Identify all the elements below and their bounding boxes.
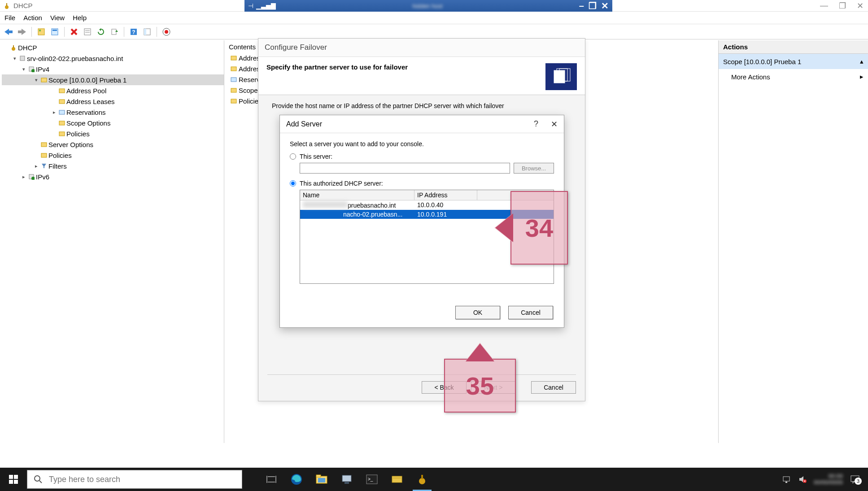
tool-delete-button[interactable]: [68, 26, 80, 38]
expand-icon[interactable]: ▸: [860, 73, 864, 81]
radio-authorized-server[interactable]: [290, 180, 296, 187]
tree-reservations[interactable]: ▸Reservations: [2, 107, 224, 117]
tool-list-button[interactable]: [82, 26, 93, 38]
add-server-close-button[interactable]: ✕: [551, 119, 558, 129]
outer-window-title: DHCP: [13, 2, 33, 9]
tree-address-pool[interactable]: Address Pool: [2, 85, 224, 96]
svg-rect-52: [267, 477, 276, 482]
tool-help-button[interactable]: ?: [128, 26, 140, 38]
add-server-title: Add Server: [286, 120, 322, 128]
notification-count: 3: [855, 478, 862, 485]
remote-restore-button[interactable]: ❐: [589, 0, 597, 11]
nav-forward-button[interactable]: [16, 26, 28, 38]
tree-scope-options[interactable]: Scope Options: [2, 117, 224, 128]
pin-icon[interactable]: ⊣: [248, 2, 253, 9]
col-name[interactable]: Name: [300, 190, 414, 200]
menu-action[interactable]: Action: [23, 14, 42, 22]
tree-ipv6[interactable]: ▸IPv6: [2, 171, 224, 182]
svg-marker-2: [4, 29, 13, 35]
tree-ipv4-policies[interactable]: Policies: [2, 150, 224, 161]
system-tray[interactable]: 00:0000/00/0000 3: [782, 473, 868, 486]
svg-rect-24: [20, 56, 25, 61]
svg-marker-3: [18, 29, 26, 35]
search-icon: [34, 475, 43, 484]
svg-rect-27: [41, 78, 47, 82]
nav-back-button[interactable]: [3, 26, 14, 38]
tree-ipv4[interactable]: ▾IPv4: [2, 64, 224, 74]
volume-tray-icon[interactable]: [798, 475, 807, 483]
annotation-34: 34: [510, 191, 568, 265]
svg-rect-7: [52, 30, 57, 31]
svg-rect-61: [342, 475, 351, 482]
tool-show-hide-button[interactable]: [35, 26, 47, 38]
svg-rect-38: [231, 56, 236, 60]
outer-close-button[interactable]: ✕: [857, 1, 864, 11]
taskbar-search-input[interactable]: [49, 475, 236, 484]
tool-record-button[interactable]: [161, 26, 172, 38]
svg-rect-47: [14, 475, 18, 479]
tree-server[interactable]: ▾srv-olin02-022.pruebasnacho.int: [2, 53, 224, 64]
add-server-prompt: Select a server you want to add to your …: [290, 140, 554, 148]
add-server-help-button[interactable]: ?: [534, 119, 538, 129]
outer-minimize-button[interactable]: —: [820, 1, 828, 11]
svg-rect-39: [231, 67, 236, 71]
svg-rect-31: [59, 121, 65, 125]
tool-pane-button[interactable]: [141, 26, 153, 38]
svg-rect-62: [345, 482, 349, 484]
tree-scope-policies[interactable]: Policies: [2, 128, 224, 139]
radio-this-server[interactable]: [290, 153, 296, 160]
svg-marker-71: [799, 476, 803, 482]
svg-rect-49: [14, 480, 18, 484]
menu-file[interactable]: File: [4, 14, 15, 22]
tray-clock[interactable]: 00:0000/00/0000: [814, 473, 843, 486]
taskbar[interactable]: >_ 00:0000/00/0000 3: [0, 468, 868, 491]
remote-close-button[interactable]: ✕: [601, 0, 609, 11]
outer-maximize-button[interactable]: ❐: [839, 1, 846, 11]
svg-rect-32: [59, 132, 65, 136]
svg-point-50: [35, 476, 40, 481]
network-tray-icon[interactable]: [782, 475, 791, 483]
actions-pane: Actions Scope [10.0.0.0] Prueba 1 ▴ More…: [719, 40, 868, 443]
tree-filters[interactable]: ▸Filters: [2, 161, 224, 171]
console-tree[interactable]: DHCP ▾srv-olin02-022.pruebasnacho.int ▾I…: [0, 40, 224, 443]
server-name-input[interactable]: [300, 163, 510, 174]
add-server-ok-button[interactable]: OK: [455, 306, 500, 319]
col-ip[interactable]: IP Address: [414, 190, 477, 200]
actions-scope-row[interactable]: Scope [10.0.0.0] Prueba 1 ▴: [719, 54, 868, 69]
svg-rect-5: [39, 30, 41, 31]
svg-rect-59: [316, 475, 321, 477]
file-explorer-icon[interactable]: [310, 470, 333, 489]
cmd-icon[interactable]: >_: [361, 470, 383, 489]
svg-point-21: [165, 30, 168, 34]
actions-more-row[interactable]: More Actions ▸: [719, 69, 868, 84]
tool-refresh-button[interactable]: [95, 26, 107, 38]
remote-minimize-button[interactable]: –: [579, 0, 584, 11]
tool-properties-button[interactable]: [49, 26, 61, 38]
tree-address-leases[interactable]: Address Leases: [2, 96, 224, 107]
tree-root-dhcp[interactable]: DHCP: [2, 42, 224, 53]
dhcp-taskbar-icon[interactable]: [411, 470, 433, 489]
task-view-button[interactable]: [260, 470, 283, 489]
svg-rect-28: [59, 89, 65, 93]
tree-server-options[interactable]: Server Options: [2, 139, 224, 150]
collapse-icon[interactable]: ▴: [860, 57, 864, 65]
tool-export-button[interactable]: [109, 26, 120, 38]
svg-rect-1: [6, 3, 7, 6]
browse-button[interactable]: Browse...: [514, 163, 554, 174]
notes-icon[interactable]: [386, 470, 408, 489]
svg-point-0: [5, 5, 9, 9]
remote-session-titlebar[interactable]: ⊣ ▁▃▅▇ hidden host – ❐ ✕: [244, 0, 612, 12]
menu-view[interactable]: View: [50, 14, 65, 22]
tree-scope[interactable]: ▾Scope [10.0.0.0] Prueba 1: [2, 74, 224, 85]
taskbar-search-box[interactable]: [27, 470, 242, 489]
edge-icon[interactable]: [285, 470, 308, 489]
svg-marker-35: [42, 164, 46, 168]
notifications-button[interactable]: 3: [850, 475, 860, 484]
wizard-cancel-button[interactable]: Cancel: [531, 381, 576, 394]
svg-text:>_: >_: [368, 477, 373, 482]
add-server-cancel-button[interactable]: Cancel: [508, 306, 553, 319]
svg-rect-65: [392, 476, 402, 482]
menu-help[interactable]: Help: [73, 14, 87, 22]
server-manager-icon[interactable]: [336, 470, 358, 489]
start-button[interactable]: [0, 468, 27, 491]
